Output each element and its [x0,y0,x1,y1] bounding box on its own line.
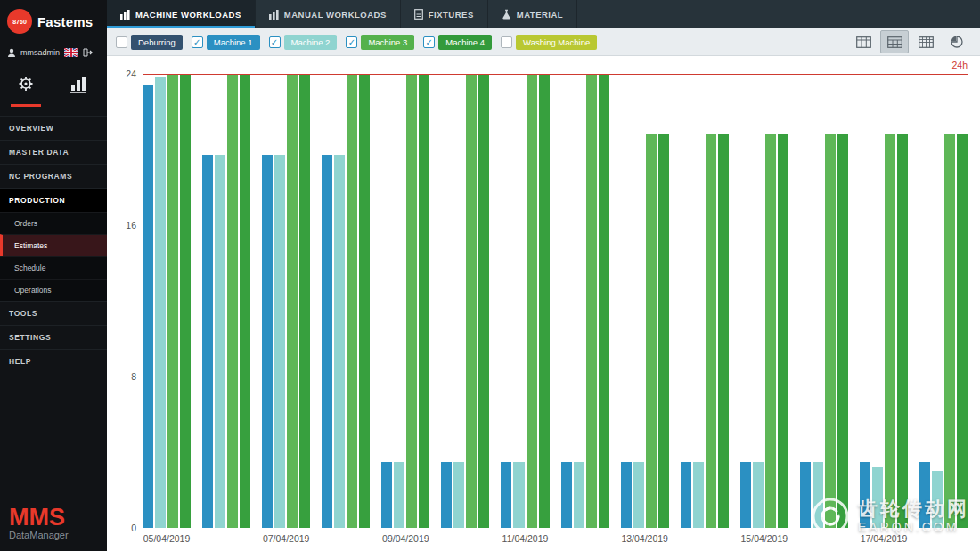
main-area: MACHINE WORKLOADS MANUAL WORKLOADS FIXTU… [107,0,980,551]
document-icon [414,9,423,20]
pie-chart-view-button[interactable] [943,30,971,53]
bar-machine-1 [381,462,392,528]
calendar-grid-view-button[interactable] [880,30,909,53]
sidebar-item-orders[interactable]: Orders [0,212,107,234]
x-axis-label: 17/04/2019 [861,533,908,544]
sidebar-mode-icons [0,62,107,107]
sidebar-item-overview[interactable]: OVERVIEW [0,116,107,140]
statistics-icon[interactable] [64,71,93,107]
sidebar-item-operations[interactable]: Operations [0,279,107,301]
x-axis-label: 09/04/2019 [382,533,429,544]
bar-group-05-04-2019: 05/04/2019 [143,74,191,528]
bar-machine-2 [753,462,764,528]
legend-chip-washing-machine[interactable]: Washing Machine [516,35,597,50]
bar-group-13-04-2019: 13/04/2019 [621,74,669,528]
bar-machine-2 [215,155,225,528]
bar-machine-4 [599,74,609,528]
legend-item-machine-3[interactable]: ✓Machine 3 [346,35,414,50]
bar-group-09-04-2019: 09/04/2019 [381,74,429,528]
checkbox-machine-3[interactable]: ✓ [346,36,357,48]
bars: 05/04/201907/04/201909/04/201911/04/2019… [143,74,968,528]
sidebar-item-settings[interactable]: SETTINGS [0,325,107,349]
sidebar-item-help[interactable]: HELP [0,349,107,373]
bar-machine-2 [813,462,823,528]
bar-machine-1 [681,462,691,528]
bar-machine-3 [227,74,238,528]
legend-item-machine-1[interactable]: ✓Machine 1 [192,35,260,50]
sidebar-item-tools[interactable]: TOOLS [0,301,107,325]
sidebar-item-nc-programs[interactable]: NC PROGRAMS [0,164,107,188]
legend-item-deburring[interactable]: Deburring [116,35,183,50]
bar-machine-2 [872,467,883,528]
bar-machine-4 [478,74,489,528]
legend-chip-machine-2[interactable]: Machine 2 [284,35,338,50]
tab-manual-workloads[interactable]: MANUAL WORKLOADS [256,0,401,28]
sidebar-footer: MMS DataManager [0,500,107,551]
legend-chip-machine-4[interactable]: Machine 4 [438,35,492,50]
language-flag-icon[interactable] [64,48,78,57]
bar-machine-2 [394,462,404,528]
bar-group-17-04-2019: 17/04/2019 [860,74,908,528]
bar-machine-2 [334,155,345,528]
bar-machine-4 [658,134,669,528]
y-axis-label: 24 [126,69,136,79]
tab-machine-workloads[interactable]: MACHINE WORKLOADS [107,0,256,28]
machine-settings-icon[interactable] [11,71,41,107]
bar-machine-2 [693,462,704,528]
bar-machine-3 [765,134,776,528]
checkbox-washing-machine[interactable] [501,36,512,48]
username: mmsadmin [20,48,60,57]
tab-material[interactable]: MATERIAL [488,0,577,28]
logo-8760-badge: 8760 [7,9,32,34]
legend-chip-deburring[interactable]: Deburring [131,35,183,50]
bar-chart-icon [269,10,279,20]
checkbox-machine-1[interactable]: ✓ [192,36,203,48]
legend-chip-machine-3[interactable]: Machine 3 [361,35,414,50]
bar-machine-3 [406,74,417,528]
sidebar-item-master-data[interactable]: MASTER DATA [0,140,107,164]
x-axis-label: 13/04/2019 [621,533,668,544]
bar-machine-1 [501,462,511,528]
bar-machine-2 [932,471,943,528]
table-columns-view-button[interactable] [849,30,878,53]
checkbox-machine-4[interactable]: ✓ [423,36,435,48]
sidebar-item-production[interactable]: PRODUCTION [0,188,107,212]
legend-item-washing-machine[interactable]: Washing Machine [501,35,597,50]
legend-item-machine-2[interactable]: ✓Machine 2 [269,35,338,50]
bar-machine-1 [262,155,273,528]
bar-machine-4 [957,134,968,528]
limit-line-24h [143,74,968,75]
checkbox-machine-2[interactable]: ✓ [269,36,281,48]
bar-group-11-04-2019: 11/04/2019 [501,74,549,528]
bar-machine-3 [466,74,477,528]
bar-machine-1 [441,462,452,528]
user-icon [7,48,16,57]
bar-machine-1 [860,462,870,528]
sidebar-item-schedule[interactable]: Schedule [0,256,107,279]
bar-group-10-04-2019 [441,74,489,528]
chart-toolbar: Deburring✓Machine 1✓Machine 2✓Machine 3✓… [107,28,980,56]
x-axis-label: 15/04/2019 [741,533,788,544]
bar-group-14-04-2019 [681,74,729,528]
sidebar-item-estimates[interactable]: Estimates [0,234,107,256]
bar-machine-1 [800,462,811,528]
x-axis-label: 05/04/2019 [143,533,191,544]
mms-logo: MMS [9,506,98,530]
bar-machine-4 [778,134,788,528]
bar-machine-1 [143,85,153,528]
legend-item-machine-4[interactable]: ✓Machine 4 [423,35,492,50]
user-row: mmsadmin [0,41,107,62]
legend-chip-machine-1[interactable]: Machine 1 [207,35,260,50]
bar-machine-1 [621,462,632,528]
dense-table-view-button[interactable] [911,30,940,53]
bar-group-15-04-2019: 15/04/2019 [740,74,788,528]
x-axis-label: 11/04/2019 [502,533,549,544]
tab-fixtures[interactable]: FIXTURES [401,0,488,28]
legend: Deburring✓Machine 1✓Machine 2✓Machine 3✓… [116,35,840,50]
bar-machine-2 [453,462,464,528]
machine-workloads-chart: 05/04/201907/04/201909/04/201911/04/2019… [107,56,980,551]
bar-machine-3 [885,134,895,528]
bar-machine-3 [167,74,178,528]
checkbox-deburring[interactable] [116,36,127,48]
logout-icon[interactable] [83,48,93,57]
